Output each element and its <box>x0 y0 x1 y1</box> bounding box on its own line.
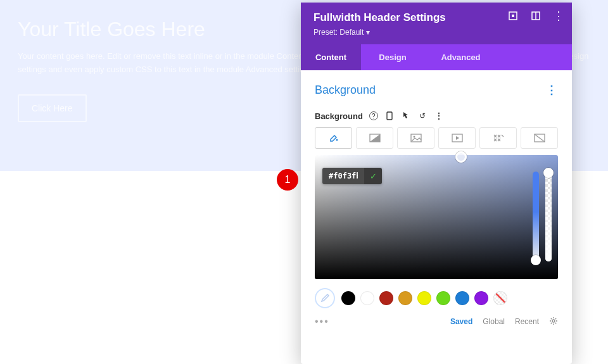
svg-line-27 <box>551 322 552 323</box>
expand-icon[interactable] <box>509 11 517 20</box>
hex-input-row: ✓ <box>322 168 382 184</box>
section-more-icon[interactable]: ⋮ <box>546 83 558 97</box>
main-tabs: Content Design Advanced <box>301 44 572 70</box>
svg-point-8 <box>413 136 415 138</box>
panel-header: Fullwidth Header Settings Preset: Defaul… <box>301 3 572 44</box>
preset-saved[interactable]: Saved <box>450 317 472 326</box>
tab-design[interactable]: Design <box>361 44 424 70</box>
hex-input[interactable] <box>322 168 364 184</box>
color-swatches <box>315 288 558 308</box>
gear-icon[interactable] <box>549 317 558 327</box>
tab-content[interactable]: Content <box>301 44 361 70</box>
preset-global[interactable]: Global <box>483 317 505 326</box>
preset-recent[interactable]: Recent <box>515 317 539 326</box>
more-swatches-icon[interactable]: ••• <box>315 316 329 327</box>
bg-video-tab[interactable] <box>438 127 476 149</box>
alpha-knob[interactable] <box>543 168 554 178</box>
svg-line-14 <box>502 135 504 137</box>
field-label: Background <box>315 111 363 121</box>
svg-line-26 <box>555 322 556 323</box>
svg-point-20 <box>552 320 555 322</box>
bg-image-tab[interactable] <box>397 127 434 149</box>
section-title[interactable]: Background <box>315 84 376 97</box>
settings-panel: 1 Fullwidth Header Settings Preset: Defa… <box>301 3 572 364</box>
swatch-white[interactable] <box>360 291 374 305</box>
responsive-icon[interactable] <box>531 11 540 20</box>
swatch-none[interactable] <box>493 291 507 305</box>
panel-body: Background ⋮ Background ? ↺ ⋮ ✓ <box>301 70 572 364</box>
swatch-green[interactable] <box>436 291 450 305</box>
svg-rect-4 <box>387 112 392 120</box>
help-icon[interactable]: ? <box>369 111 378 120</box>
bg-mask-tab[interactable] <box>521 127 558 149</box>
swatch-blue[interactable] <box>455 291 469 305</box>
header-actions: ⋮ <box>509 11 563 20</box>
svg-point-5 <box>336 139 338 141</box>
bg-color-tab[interactable] <box>315 127 352 149</box>
bg-pattern-tab[interactable] <box>479 127 517 149</box>
color-saturation-picker[interactable]: ✓ <box>315 155 558 279</box>
eyedropper-icon[interactable] <box>315 288 335 308</box>
color-picker-handle[interactable] <box>455 151 467 163</box>
field-more-icon[interactable]: ⋮ <box>434 111 444 121</box>
hue-knob[interactable] <box>531 255 541 265</box>
alpha-slider[interactable] <box>545 172 552 261</box>
preset-colors-row: ••• Saved Global Recent <box>315 316 558 327</box>
hero-button[interactable]: Click Here <box>18 94 87 122</box>
svg-rect-1 <box>512 15 514 17</box>
color-sliders <box>533 172 552 261</box>
swatch-amber[interactable] <box>398 291 412 305</box>
hex-confirm-button[interactable]: ✓ <box>364 168 382 184</box>
tab-advanced[interactable]: Advanced <box>424 44 497 70</box>
background-type-tabs <box>315 127 558 149</box>
svg-line-28 <box>555 318 556 318</box>
hue-slider[interactable] <box>533 172 539 261</box>
section-header: Background ⋮ <box>315 83 558 97</box>
swatch-yellow[interactable] <box>417 291 431 305</box>
annotation-marker-1: 1 <box>277 169 298 191</box>
field-label-row: Background ? ↺ ⋮ <box>315 111 558 121</box>
swatch-black[interactable] <box>341 291 355 305</box>
responsive-phone-icon[interactable] <box>384 111 395 121</box>
svg-line-25 <box>551 318 552 318</box>
hover-icon[interactable] <box>401 111 411 121</box>
bg-gradient-tab[interactable] <box>356 127 393 149</box>
preset-dropdown[interactable]: Preset: Default ▾ <box>314 28 559 37</box>
swatch-purple[interactable] <box>474 291 488 305</box>
more-icon[interactable]: ⋮ <box>554 11 563 20</box>
reset-icon[interactable]: ↺ <box>417 111 428 121</box>
swatch-red[interactable] <box>379 291 393 305</box>
